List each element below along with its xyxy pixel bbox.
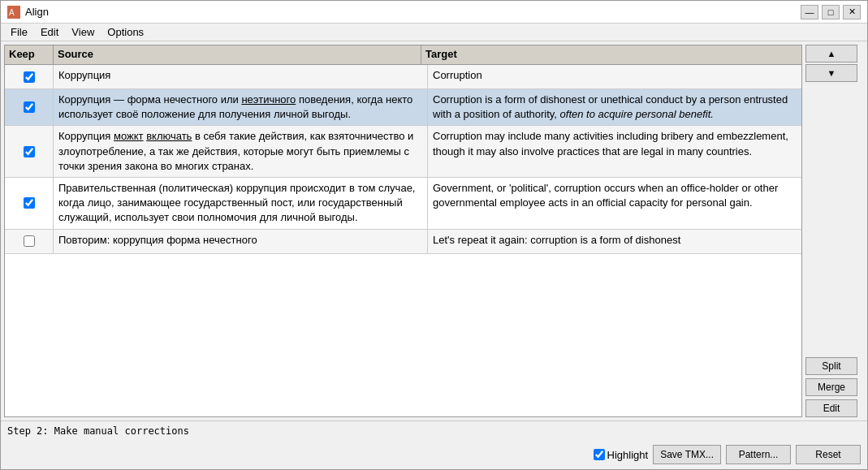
header-target: Target [421,45,788,64]
target-text-2: Corruption is a form of dishonest or une… [433,93,788,120]
target-text-4: Government, or 'political', corruption o… [433,182,778,209]
table-row: Правительственная (политическая) коррупц… [5,178,801,230]
reset-button[interactable]: Reset [796,445,861,464]
highlight-checkbox[interactable] [594,449,605,460]
window-title: Align [25,6,49,18]
menu-edit[interactable]: Edit [34,25,65,39]
close-button[interactable]: ✕ [843,5,861,19]
keep-checkbox-1[interactable] [24,71,35,83]
cell-keep-2 [5,89,54,125]
table-row: Коррупция можкт включать в себя такие де… [5,126,801,178]
menu-bar: File Edit View Options [1,24,867,41]
cell-keep-3 [5,126,54,177]
cell-keep-5 [5,230,54,253]
table-row: Коррупция Corruption [5,65,801,89]
header-keep: Keep [5,45,54,64]
highlight-checkbox-area: Highlight [594,449,649,461]
save-tmx-button[interactable]: Save TMX... [653,445,721,464]
menu-view[interactable]: View [65,25,101,39]
cell-target-2: Corruption is a form of dishonest or une… [428,89,801,125]
title-bar-controls: — □ ✕ [801,5,861,19]
table-body: Коррупция Corruption Коррупция — форма н… [5,65,801,416]
cell-source-3: Коррупция можкт включать в себя такие де… [54,126,428,177]
split-button[interactable]: Split [805,357,857,375]
title-bar-left: A Align [7,6,49,19]
highlight-label: Highlight [607,449,649,461]
pattern-button[interactable]: Pattern... [726,445,791,464]
cell-target-3: Corruption may include many activities i… [428,126,801,177]
target-text-3: Corruption may include many activities i… [433,130,788,157]
main-window: A Align — □ ✕ File Edit View Options Kee… [0,0,868,470]
keep-checkbox-4[interactable] [24,197,35,209]
keep-checkbox-2[interactable] [24,101,35,113]
cell-keep-1 [5,65,54,88]
status-text: Step 2: Make manual corrections [7,425,189,437]
source-text-5: Повторим: коррупция форма нечестного [58,234,257,246]
merge-button[interactable]: Merge [805,378,857,396]
status-bar: Step 2: Make manual corrections [1,420,867,440]
cell-source-5: Повторим: коррупция форма нечестного [54,230,428,253]
maximize-button[interactable]: □ [822,5,840,19]
title-bar: A Align — □ ✕ [1,1,867,24]
bottom-bar: Highlight Save TMX... Pattern... Reset [1,440,867,469]
cell-target-5: Let's repeat it again: corruption is a f… [428,230,801,253]
target-text-1: Corruption [433,69,482,81]
edit-button[interactable]: Edit [805,399,857,417]
cell-source-2: Коррупция — форма нечестного или неэтичн… [54,89,428,125]
source-text-3: Коррупция можкт включать в себя такие де… [58,130,413,171]
menu-file[interactable]: File [4,25,34,39]
cell-source-1: Коррупция [54,65,428,88]
table-header: Keep Source Target [5,45,801,65]
keep-checkbox-5[interactable] [24,235,35,247]
svg-text:A: A [9,8,15,17]
down-button[interactable]: ▼ [805,64,857,82]
app-icon: A [7,6,20,19]
target-text-5: Let's repeat it again: corruption is a f… [433,234,680,246]
cell-source-4: Правительственная (политическая) коррупц… [54,178,428,229]
up-button[interactable]: ▲ [805,45,857,63]
minimize-button[interactable]: — [801,5,818,19]
main-content: Keep Source Target Коррупция Corruption [1,41,867,420]
right-panel: ▲ ▼ Split Merge Edit [802,41,867,420]
cell-target-1: Corruption [428,65,801,88]
header-source: Source [54,45,421,64]
source-text-2: Коррупция — форма нечестного или неэтичн… [58,93,412,120]
source-text-4: Правительственная (политическая) коррупц… [58,182,415,223]
alignment-table: Keep Source Target Коррупция Corruption [4,45,802,417]
cell-target-4: Government, or 'political', corruption o… [428,178,801,229]
cell-keep-4 [5,178,54,229]
table-row: Повторим: коррупция форма нечестного Let… [5,230,801,254]
table-row: Коррупция — форма нечестного или неэтичн… [5,89,801,126]
source-text-1: Коррупция [58,69,110,81]
menu-options[interactable]: Options [101,25,150,39]
keep-checkbox-3[interactable] [24,146,35,157]
